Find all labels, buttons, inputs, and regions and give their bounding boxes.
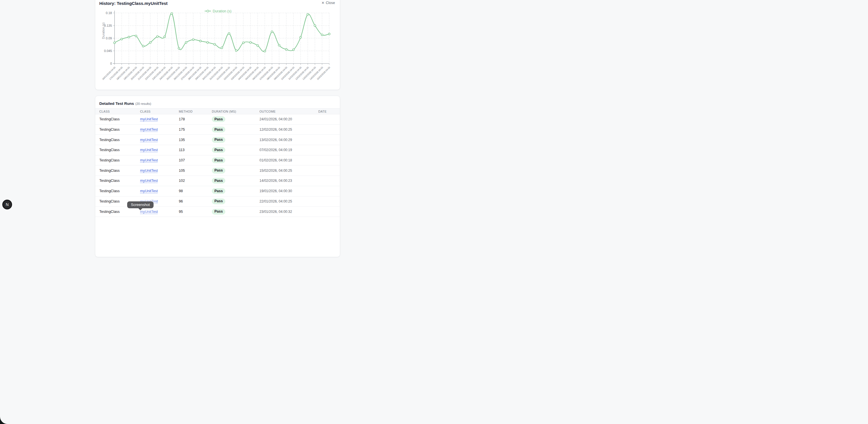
table-header: CLASSCLASSMETHODDURATION (MS)OUTCOMEDATE	[95, 108, 340, 114]
data-point-marker[interactable]	[307, 13, 309, 15]
data-point-marker[interactable]	[257, 45, 258, 46]
cell-date: 15/02/2026, 04:00:25	[259, 169, 318, 173]
table-row: TestingClassmyUnitTest113Pass07/02/2026,…	[95, 145, 340, 156]
cell-duration: 102	[179, 179, 212, 183]
data-point-marker[interactable]	[207, 41, 208, 43]
cell-class: TestingClass	[99, 210, 140, 212]
data-point-marker[interactable]	[228, 32, 230, 34]
outcome-badge: Pass	[212, 158, 225, 163]
cell-date: 22/01/2026, 04:00:25	[259, 199, 318, 203]
method-link[interactable]: myUnitTest	[140, 210, 158, 212]
method-link[interactable]: myUnitTest	[140, 138, 158, 142]
method-link[interactable]: myUnitTest	[140, 189, 158, 193]
cell-outcome: Pass	[212, 198, 259, 204]
data-point-marker[interactable]	[300, 36, 301, 38]
cell-outcome: Pass	[212, 137, 259, 143]
cell-date: 14/02/2026, 04:00:23	[259, 179, 318, 183]
outcome-badge: Pass	[212, 116, 225, 122]
cell-class: TestingClass	[99, 117, 140, 121]
outcome-badge: Pass	[212, 198, 225, 204]
data-point-marker[interactable]	[264, 50, 266, 52]
cell-class: TestingClass	[99, 128, 140, 132]
runs-title-text: Detailed Test Runs	[99, 102, 134, 106]
floating-n-button[interactable]: N	[2, 200, 12, 209]
data-point-marker[interactable]	[214, 44, 216, 45]
data-point-marker[interactable]	[278, 44, 280, 46]
cell-duration: 135	[179, 138, 212, 142]
method-link[interactable]: myUnitTest	[140, 148, 158, 152]
cell-duration: 113	[179, 148, 212, 152]
cell-class: TestingClass	[99, 158, 140, 162]
outcome-badge: Pass	[212, 137, 225, 143]
duration-chart-svg[interactable]: 16/01/2026 04:0017/01/2026 04:0018/01/20…	[95, 0, 340, 90]
data-point-marker[interactable]	[164, 36, 165, 38]
data-point-marker[interactable]	[271, 31, 273, 32]
legend-marker-point	[207, 10, 209, 12]
table-row: TestingClassmyUnitTest98Pass19/01/2026, …	[95, 186, 340, 197]
cell-duration: 178	[179, 117, 212, 121]
cell-outcome: Pass	[212, 147, 259, 153]
cell-date: 12/02/2026, 04:00:25	[259, 128, 318, 132]
cell-class: TestingClass	[99, 138, 140, 142]
runs-panel-title: Detailed Test Runs(20 results)	[99, 102, 151, 106]
data-point-marker[interactable]	[114, 41, 115, 44]
cell-outcome: Pass	[212, 127, 259, 133]
data-point-marker[interactable]	[121, 38, 123, 40]
history-panel-title: History: TestingClass.myUnitTest	[99, 1, 167, 6]
method-link[interactable]: myUnitTest	[140, 169, 158, 173]
table-row: TestingClassmyUnitTest107Pass01/02/2026,…	[95, 156, 340, 166]
data-point-marker[interactable]	[171, 12, 173, 15]
legend-label[interactable]: Duration (s)	[213, 9, 231, 13]
y-axis-label: 0.09	[106, 36, 112, 40]
cell-duration: 95	[179, 210, 212, 212]
outcome-badge: Pass	[212, 178, 225, 183]
y-axis-label: 0	[110, 62, 112, 65]
data-point-marker[interactable]	[321, 34, 323, 36]
method-link[interactable]: myUnitTest	[140, 128, 158, 132]
data-point-marker[interactable]	[178, 48, 180, 49]
cell-duration: 105	[179, 169, 212, 173]
data-point-marker[interactable]	[243, 41, 244, 44]
column-header: CLASS	[140, 110, 179, 113]
data-point-marker[interactable]	[185, 41, 187, 43]
column-header: DATE	[318, 110, 340, 113]
cell-duration: 98	[179, 189, 212, 193]
cell-outcome: Pass	[212, 158, 259, 163]
data-point-marker[interactable]	[314, 25, 316, 26]
data-point-marker[interactable]	[199, 40, 201, 42]
data-point-marker[interactable]	[143, 45, 144, 47]
outcome-badge: Pass	[212, 209, 225, 212]
close-button[interactable]: ✕ Close	[321, 1, 335, 5]
data-point-marker[interactable]	[292, 49, 294, 51]
y-axis-label: 0.045	[104, 49, 112, 53]
table-row: TestingClassmyUnitTest178Pass24/01/2026,…	[95, 114, 340, 125]
column-header: CLASS	[99, 110, 140, 113]
cell-class: TestingClass	[99, 189, 140, 193]
detailed-test-runs-panel: Detailed Test Runs(20 results) CLASSCLAS…	[95, 96, 340, 212]
data-point-marker[interactable]	[192, 39, 194, 40]
data-point-marker[interactable]	[285, 49, 287, 50]
method-link[interactable]: myUnitTest	[140, 179, 158, 183]
y-axis-label: 0.135	[104, 24, 112, 27]
cell-outcome: Pass	[212, 116, 259, 122]
screenshot-tooltip: Screenshot	[127, 201, 154, 208]
cell-date: 24/01/2026, 04:00:20	[259, 117, 318, 121]
data-point-marker[interactable]	[135, 35, 137, 37]
method-link[interactable]: myUnitTest	[140, 117, 158, 121]
data-point-marker[interactable]	[236, 50, 237, 51]
data-point-marker[interactable]	[149, 41, 151, 43]
cell-class: TestingClass	[99, 169, 140, 173]
data-point-marker[interactable]	[221, 47, 223, 49]
close-icon: ✕	[321, 1, 324, 5]
cell-outcome: Pass	[212, 168, 259, 173]
table-row: TestingClassmyUnitTest105Pass15/02/2026,…	[95, 166, 340, 176]
cell-date: 07/02/2026, 04:00:19	[259, 148, 318, 152]
outcome-badge: Pass	[212, 168, 225, 173]
data-point-marker[interactable]	[156, 36, 158, 37]
column-header: METHOD	[179, 110, 212, 113]
data-point-marker[interactable]	[128, 36, 130, 38]
table-body: TestingClassmyUnitTest178Pass24/01/2026,…	[95, 114, 340, 212]
data-point-marker[interactable]	[250, 41, 251, 43]
data-point-marker[interactable]	[329, 33, 330, 35]
method-link[interactable]: myUnitTest	[140, 158, 158, 162]
